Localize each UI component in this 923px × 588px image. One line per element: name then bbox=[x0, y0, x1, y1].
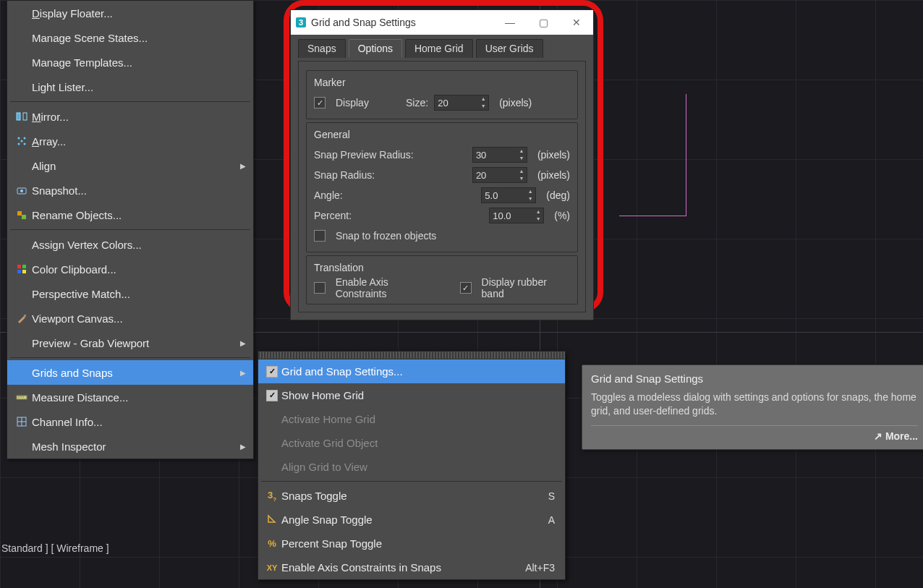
grid-snap-dialog: 3 Grid and Snap Settings — ▢ ✕ SnapsOpti… bbox=[290, 9, 594, 320]
svg-point-7 bbox=[24, 143, 26, 145]
submenu-item[interactable]: XYEnable Axis Constraints in SnapsAlt+F3 bbox=[258, 555, 565, 579]
submenu-arrow-icon: ▶ bbox=[240, 339, 246, 347]
options-panel: Marker Display Size: ▲▼ (pixels) General… bbox=[298, 61, 586, 312]
dialog-titlebar[interactable]: 3 Grid and Snap Settings — ▢ ✕ bbox=[291, 10, 593, 35]
menu-item-label: Display Floater... bbox=[32, 7, 246, 20]
menu-item[interactable]: Manage Scene States... bbox=[7, 25, 253, 50]
value-spinner[interactable]: ▲▼ bbox=[472, 167, 527, 183]
svg-rect-16 bbox=[22, 270, 26, 273]
menu-item[interactable]: Grids and Snaps▶ bbox=[7, 360, 253, 385]
shortcut-label: S bbox=[548, 490, 555, 502]
frozen-label: Snap to frozen objects bbox=[336, 230, 436, 242]
menu-item[interactable]: Perspective Match... bbox=[7, 281, 253, 306]
menu-item[interactable]: Viewport Canvas... bbox=[7, 306, 253, 331]
menu-item[interactable]: Measure Distance... bbox=[7, 385, 253, 409]
tab-options[interactable]: Options bbox=[349, 39, 402, 58]
display-checkbox[interactable] bbox=[314, 97, 326, 108]
submenu-item-label: Snaps Toggle bbox=[281, 490, 548, 502]
check-icon: ✓ bbox=[266, 366, 278, 378]
unit-label: (deg) bbox=[546, 189, 570, 201]
submenu-item[interactable]: ✓Show Home Grid bbox=[258, 383, 565, 407]
menu-item[interactable]: Rename Objects... bbox=[7, 203, 253, 227]
field-label: Snap Radius: bbox=[314, 169, 467, 181]
size-unit: (pixels) bbox=[499, 97, 532, 108]
s3-icon: 3? bbox=[268, 490, 276, 503]
menu-item[interactable]: Snapshot... bbox=[7, 178, 253, 203]
menu-item[interactable]: Display Floater... bbox=[7, 1, 253, 25]
rubber-checkbox[interactable] bbox=[460, 282, 472, 294]
tab-user-grids[interactable]: User Grids bbox=[476, 39, 543, 58]
menu-item-label: Rename Objects... bbox=[32, 209, 246, 221]
menu-item[interactable]: Assign Vertex Colors... bbox=[7, 232, 253, 257]
menu-item[interactable]: Manage Templates... bbox=[7, 50, 253, 74]
submenu-item-label: Show Home Grid bbox=[281, 389, 555, 401]
menu-item-label: Assign Vertex Colors... bbox=[32, 239, 246, 251]
menu-item[interactable]: Mesh Inspector▶ bbox=[7, 434, 253, 459]
svg-rect-3 bbox=[23, 113, 27, 120]
submenu-item: Activate Grid Object bbox=[258, 431, 565, 455]
svg-point-8 bbox=[21, 140, 23, 142]
axis-checkbox[interactable] bbox=[314, 282, 326, 294]
menu-item-label: Align bbox=[32, 160, 240, 172]
dialog-title: Grid and Snap Settings bbox=[311, 17, 493, 28]
submenu-item-label: Activate Grid Object bbox=[281, 437, 555, 449]
menu-item[interactable]: Array... bbox=[7, 129, 253, 153]
submenu-item-label: Enable Axis Constraints in Snaps bbox=[281, 561, 525, 574]
menu-item-label: Snapshot... bbox=[32, 184, 246, 197]
array-icon bbox=[12, 135, 32, 147]
submenu-item[interactable]: %Percent Snap Toggle bbox=[258, 532, 565, 555]
menu-item[interactable]: Mirror... bbox=[7, 104, 253, 129]
submenu-item-label: Angle Snap Toggle bbox=[281, 514, 548, 526]
menu-item[interactable]: Align▶ bbox=[7, 153, 253, 178]
general-group: General Snap Preview Radius:▲▼(pixels)Sn… bbox=[306, 122, 578, 252]
unit-label: (pixels) bbox=[537, 149, 570, 161]
close-button[interactable]: ✕ bbox=[560, 17, 593, 28]
value-spinner[interactable]: ▲▼ bbox=[481, 187, 536, 203]
submenu-item[interactable]: ✓Grid and Snap Settings... bbox=[258, 359, 565, 383]
submenu-item-label: Activate Home Grid bbox=[281, 413, 555, 425]
submenu-item-label: Align Grid to View bbox=[281, 461, 555, 473]
tooltip-body: Toggles a modeless dialog with settings … bbox=[591, 391, 918, 418]
size-label: Size: bbox=[406, 97, 428, 108]
submenu-arrow-icon: ▶ bbox=[240, 369, 246, 377]
field-label: Snap Preview Radius: bbox=[314, 149, 467, 161]
tab-home-grid[interactable]: Home Grid bbox=[405, 39, 473, 58]
frozen-checkbox[interactable] bbox=[314, 230, 326, 242]
submenu-item[interactable]: Angle Snap ToggleA bbox=[258, 508, 565, 532]
maximize-button[interactable]: ▢ bbox=[527, 17, 560, 28]
shortcut-label: Alt+F3 bbox=[525, 562, 555, 574]
rubber-label: Display rubber band bbox=[482, 276, 570, 299]
svg-rect-13 bbox=[17, 265, 21, 268]
svg-rect-11 bbox=[17, 211, 22, 216]
menu-item-label: Manage Scene States... bbox=[32, 32, 246, 44]
shortcut-label: A bbox=[548, 514, 555, 526]
menu-item[interactable]: Light Lister... bbox=[7, 74, 253, 99]
menu-item-label: Preview - Grab Viewport bbox=[32, 337, 240, 349]
menu-item-label: Grids and Snaps bbox=[32, 367, 240, 379]
tooltip-more[interactable]: ↗ More... bbox=[591, 425, 918, 442]
general-legend: General bbox=[314, 129, 570, 140]
tab-snaps[interactable]: Snaps bbox=[298, 39, 346, 58]
submenu-item[interactable]: 3?Snaps ToggleS bbox=[258, 484, 565, 508]
marker-group: Marker Display Size: ▲▼ (pixels) bbox=[306, 70, 578, 119]
brush-icon bbox=[12, 312, 32, 324]
menu-item-label: Array... bbox=[32, 135, 246, 148]
menu-item-label: Mesh Inspector bbox=[32, 440, 240, 453]
xy-icon: XY bbox=[267, 562, 278, 573]
translation-legend: Translation bbox=[314, 262, 570, 273]
menu-item[interactable]: Color Clipboard... bbox=[7, 257, 253, 281]
submenu-arrow-icon: ▶ bbox=[240, 443, 246, 451]
value-spinner[interactable]: ▲▼ bbox=[472, 147, 527, 163]
unit-label: (pixels) bbox=[537, 169, 570, 181]
submenu-item-label: Percent Snap Toggle bbox=[281, 537, 555, 550]
size-spinner[interactable]: ▲▼ bbox=[434, 95, 489, 111]
submenu-arrow-icon: ▶ bbox=[240, 162, 246, 170]
svg-point-10 bbox=[20, 189, 23, 192]
submenu-grip[interactable] bbox=[258, 351, 565, 359]
menu-item[interactable]: Preview - Grab Viewport▶ bbox=[7, 331, 253, 355]
minimize-button[interactable]: — bbox=[493, 17, 527, 28]
pct-icon: % bbox=[268, 538, 276, 549]
menu-item[interactable]: Channel Info... bbox=[7, 409, 253, 434]
menu-item-label: Channel Info... bbox=[32, 416, 246, 428]
value-spinner[interactable]: ▲▼ bbox=[489, 208, 544, 223]
